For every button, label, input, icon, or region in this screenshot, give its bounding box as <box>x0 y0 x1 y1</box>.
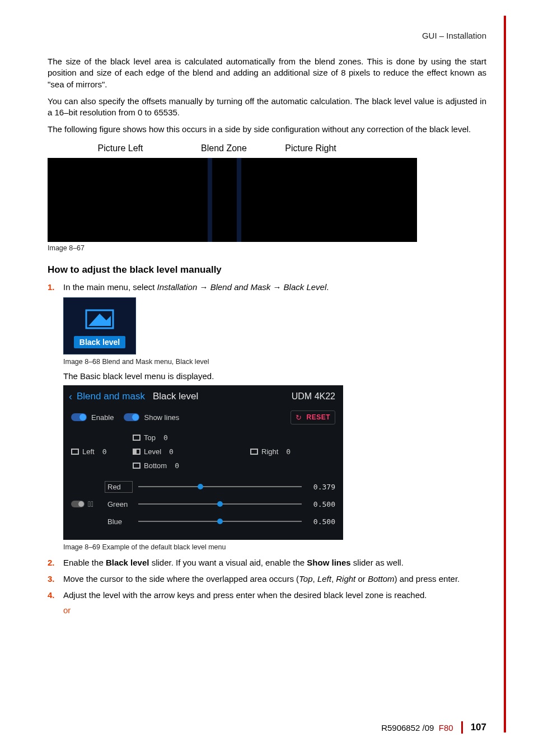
step-2-body: Enable the Black level slider. If you wa… <box>63 557 486 568</box>
showlines-toggle[interactable] <box>124 413 139 421</box>
slider-red[interactable] <box>138 486 302 487</box>
diagram-label-left: Picture Left <box>48 143 193 153</box>
footer-docnum: R5906852 /09 <box>381 723 434 732</box>
step-1: 1. In the main menu, select Installation… <box>48 281 486 293</box>
slider-green-row: 👁̸ Green 0.500 <box>71 498 335 510</box>
menu-toggles-row: Enable Show lines ↻ RESET <box>63 407 343 428</box>
intro-para-1: The size of the black level area is calc… <box>48 56 486 90</box>
diagram-labels: Picture Left Blend Zone Picture Right <box>48 143 486 153</box>
step-4-or: or <box>63 605 486 615</box>
menu-edges-grid: Top0 Left0 Level0 Right0 Bottom0 <box>63 428 343 479</box>
slider-blue[interactable] <box>138 521 302 522</box>
enable-toggle[interactable] <box>71 413 87 421</box>
header-section: GUI – Installation <box>48 31 486 40</box>
eye-off-icon[interactable]: 👁̸ <box>88 500 93 508</box>
slider-red-row: Red 0.379 <box>71 481 335 493</box>
edge-level[interactable]: Level0 <box>133 447 211 456</box>
edge-top[interactable]: Top0 <box>133 433 168 442</box>
menu-title: Black level <box>153 391 198 402</box>
black-level-tile[interactable]: Black level <box>63 297 136 354</box>
footer-page-number: 107 <box>471 722 486 733</box>
step-3-number: 3. <box>48 573 63 585</box>
caption-image-8-69: Image 8–69 Example of the default black … <box>63 543 486 551</box>
black-level-menu: ‹ Blend and mask Black level UDM 4K22 En… <box>63 385 343 540</box>
edge-right[interactable]: Right0 <box>250 447 291 456</box>
intro-para-2: You can also specify the offsets manuall… <box>48 96 486 119</box>
step-2-number: 2. <box>48 557 63 568</box>
slider-red-value: 0.379 <box>307 483 335 491</box>
step-4-number: 4. <box>48 589 63 601</box>
step-4-body: Adjust the level with the arrow keys and… <box>63 589 486 601</box>
edge-bottom[interactable]: Bottom0 <box>133 461 179 470</box>
slider-red-label[interactable]: Red <box>105 481 133 493</box>
reset-button[interactable]: ↻ RESET <box>291 410 335 424</box>
caption-image-8-67: Image 8–67 <box>48 244 486 252</box>
reset-label: RESET <box>306 413 330 421</box>
slider-green-label[interactable]: Green <box>105 498 133 510</box>
step-2: 2. Enable the Black level slider. If you… <box>48 557 486 568</box>
showlines-label: Show lines <box>144 413 179 422</box>
footer-divider <box>461 721 463 734</box>
step-3: 3. Move the cursor to the side where the… <box>48 573 486 585</box>
device-name: UDM 4K22 <box>292 391 335 402</box>
svg-marker-1 <box>88 314 111 326</box>
page-edge-rule <box>504 16 506 732</box>
intro-para-3: The following figure shows how this occu… <box>48 124 486 135</box>
slider-blue-row: Blue 0.500 <box>71 516 335 528</box>
menu-header: ‹ Blend and mask Black level UDM 4K22 <box>63 385 343 407</box>
black-level-icon <box>84 308 115 330</box>
black-level-tile-label: Black level <box>74 336 125 348</box>
slider-blue-label[interactable]: Blue <box>105 516 133 528</box>
heading-adjust-black-level: How to adjust the black level manually <box>48 264 486 276</box>
blend-diagram <box>48 158 417 242</box>
gain-toggle[interactable] <box>71 501 85 507</box>
step-1-number: 1. <box>48 281 63 293</box>
step-4: 4. Adjust the level with the arrow keys … <box>48 589 486 601</box>
slider-blue-value: 0.500 <box>307 517 335 526</box>
page-footer: R5906852 /09 F80 107 <box>381 721 486 734</box>
footer-model: F80 <box>439 723 453 732</box>
back-chevron-icon[interactable]: ‹ <box>69 391 72 403</box>
color-sliders: Red 0.379 👁̸ Green 0.500 Blue 0.500 <box>63 479 343 540</box>
caption-image-8-68: Image 8–68 Blend and Mask menu, Black le… <box>63 358 486 366</box>
slider-green-value: 0.500 <box>307 500 335 508</box>
diagram-label-right: Picture Right <box>255 143 367 153</box>
step-1-body: In the main menu, select Installation → … <box>63 281 486 293</box>
breadcrumb-blend-and-mask[interactable]: Blend and mask <box>77 391 145 402</box>
enable-label: Enable <box>91 413 114 422</box>
slider-green[interactable] <box>138 503 302 505</box>
reset-icon: ↻ <box>296 413 302 422</box>
basic-menu-line: The Basic black level menu is displayed. <box>63 371 486 381</box>
edge-left[interactable]: Left0 <box>71 447 133 456</box>
diagram-label-mid: Blend Zone <box>193 143 255 153</box>
step-3-body: Move the cursor to the side where the ov… <box>63 573 486 585</box>
